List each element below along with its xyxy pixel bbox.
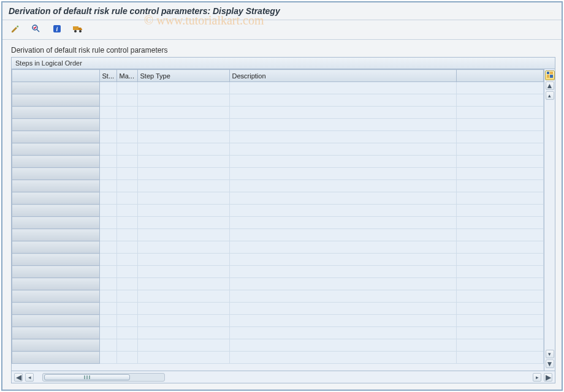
cell-step-type[interactable]	[137, 352, 229, 364]
col-header-step-no[interactable]: St...	[99, 70, 116, 82]
cell-description[interactable]	[229, 192, 456, 205]
table-row[interactable]	[12, 107, 544, 119]
cell-step-no[interactable]	[99, 168, 116, 180]
table-row[interactable]	[12, 327, 544, 339]
scroll-left-button[interactable]: ◂	[25, 373, 34, 382]
cell-step-no[interactable]	[99, 131, 116, 143]
scroll-up-button[interactable]: ▲	[546, 81, 554, 90]
cell-step-type[interactable]	[137, 131, 229, 143]
cell-description[interactable]	[229, 327, 456, 339]
row-selector[interactable]	[12, 352, 100, 364]
cell-step-no[interactable]	[99, 254, 116, 266]
table-row[interactable]	[12, 180, 544, 192]
cell-step-no[interactable]	[99, 192, 116, 205]
cell-description[interactable]	[229, 107, 456, 119]
cell-step-no[interactable]	[99, 327, 116, 339]
row-selector-header[interactable]	[12, 70, 100, 82]
table-row[interactable]	[12, 290, 544, 303]
row-selector[interactable]	[12, 327, 100, 339]
cell-description[interactable]	[229, 266, 456, 278]
row-selector[interactable]	[12, 315, 100, 327]
col-header-maint[interactable]: Ma...	[116, 70, 137, 82]
row-selector[interactable]	[12, 156, 100, 168]
cell-maint[interactable]	[116, 339, 137, 352]
cell-step-no[interactable]	[99, 205, 116, 217]
cell-step-type[interactable]	[137, 168, 229, 180]
cell-description[interactable]	[229, 94, 456, 107]
cell-step-type[interactable]	[137, 94, 229, 107]
cell-step-no[interactable]	[99, 290, 116, 303]
cell-maint[interactable]	[116, 131, 137, 143]
cell-maint[interactable]	[116, 241, 137, 254]
col-header-description[interactable]: Description	[229, 70, 456, 82]
row-selector[interactable]	[12, 339, 100, 352]
cell-step-no[interactable]	[99, 278, 116, 290]
table-row[interactable]	[12, 192, 544, 205]
cell-description[interactable]	[229, 339, 456, 352]
row-selector[interactable]	[12, 241, 100, 254]
table-row[interactable]	[12, 254, 544, 266]
scroll-down-button[interactable]: ▼	[546, 360, 554, 368]
cell-step-no[interactable]	[99, 143, 116, 156]
cell-description[interactable]	[229, 180, 456, 192]
cell-step-no[interactable]	[99, 303, 116, 315]
scroll-up-fine-button[interactable]: ▴	[546, 91, 554, 100]
cell-description[interactable]	[229, 290, 456, 303]
table-row[interactable]	[12, 143, 544, 156]
cell-maint[interactable]	[116, 290, 137, 303]
cell-step-type[interactable]	[137, 107, 229, 119]
cell-maint[interactable]	[116, 327, 137, 339]
cell-description[interactable]	[229, 217, 456, 229]
table-row[interactable]	[12, 131, 544, 143]
table-row[interactable]	[12, 217, 544, 229]
cell-step-type[interactable]	[137, 254, 229, 266]
row-selector[interactable]	[12, 205, 100, 217]
cell-maint[interactable]	[116, 217, 137, 229]
cell-maint[interactable]	[116, 278, 137, 290]
cell-step-type[interactable]	[137, 315, 229, 327]
cell-maint[interactable]	[116, 229, 137, 241]
cell-maint[interactable]	[116, 303, 137, 315]
cell-maint[interactable]	[116, 168, 137, 180]
cell-maint[interactable]	[116, 192, 137, 205]
row-selector[interactable]	[12, 131, 100, 143]
cell-maint[interactable]	[116, 254, 137, 266]
cell-description[interactable]	[229, 205, 456, 217]
cell-step-no[interactable]	[99, 315, 116, 327]
cell-step-no[interactable]	[99, 241, 116, 254]
table-row[interactable]	[12, 303, 544, 315]
cell-step-type[interactable]	[137, 278, 229, 290]
hscroll-thumb[interactable]	[44, 374, 130, 380]
cell-step-type[interactable]	[137, 229, 229, 241]
cell-step-type[interactable]	[137, 339, 229, 352]
row-selector[interactable]	[12, 119, 100, 131]
cell-step-no[interactable]	[99, 339, 116, 352]
cell-step-no[interactable]	[99, 229, 116, 241]
cell-step-type[interactable]	[137, 327, 229, 339]
cell-maint[interactable]	[116, 119, 137, 131]
cell-maint[interactable]	[116, 82, 137, 94]
row-selector[interactable]	[12, 229, 100, 241]
cell-step-type[interactable]	[137, 192, 229, 205]
cell-description[interactable]	[229, 131, 456, 143]
cell-maint[interactable]	[116, 180, 137, 192]
cell-step-no[interactable]	[99, 107, 116, 119]
scroll-right-button[interactable]: ▸	[533, 373, 541, 382]
cell-description[interactable]	[229, 254, 456, 266]
table-row[interactable]	[12, 205, 544, 217]
row-selector[interactable]	[12, 303, 100, 315]
row-selector[interactable]	[12, 290, 100, 303]
scroll-first-button[interactable]: ◀	[14, 373, 23, 382]
cell-step-type[interactable]	[137, 290, 229, 303]
cell-step-type[interactable]	[137, 205, 229, 217]
table-row[interactable]	[12, 229, 544, 241]
cell-maint[interactable]	[116, 315, 137, 327]
cell-maint[interactable]	[116, 352, 137, 364]
row-selector[interactable]	[12, 82, 100, 94]
cell-step-no[interactable]	[99, 217, 116, 229]
table-row[interactable]	[12, 241, 544, 254]
cell-description[interactable]	[229, 241, 456, 254]
cell-description[interactable]	[229, 168, 456, 180]
table-row[interactable]	[12, 156, 544, 168]
row-selector[interactable]	[12, 278, 100, 290]
